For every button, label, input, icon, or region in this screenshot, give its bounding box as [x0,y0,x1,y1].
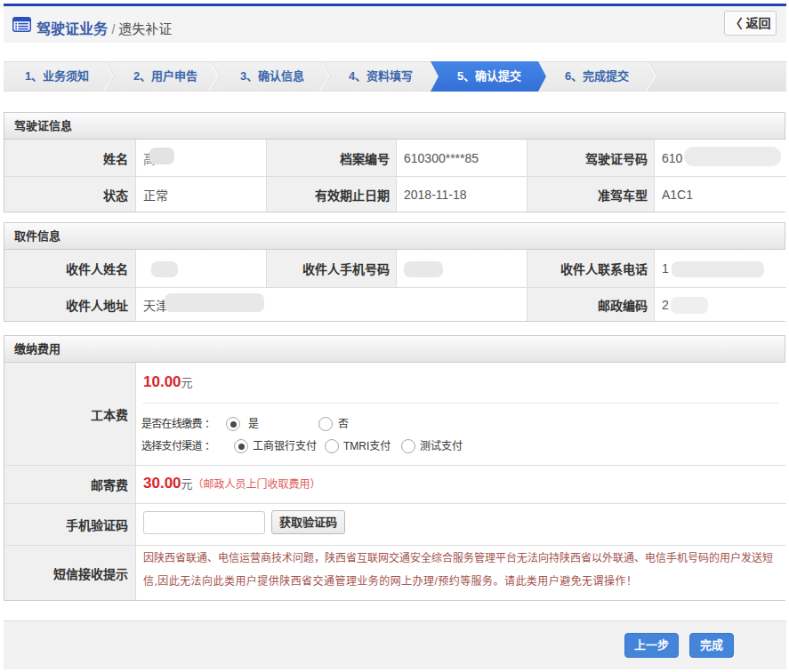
svg-text:1、业务须知: 1、业务须知 [25,69,89,83]
svg-text:6、完成提交: 6、完成提交 [565,69,629,83]
svg-text:3、确认信息: 3、确认信息 [240,69,304,83]
svg-text:2、用户申告: 2、用户申告 [133,69,197,83]
svg-text:4、资料填写: 4、资料填写 [349,69,413,83]
svg-text:5、确认提交: 5、确认提交 [457,69,521,83]
